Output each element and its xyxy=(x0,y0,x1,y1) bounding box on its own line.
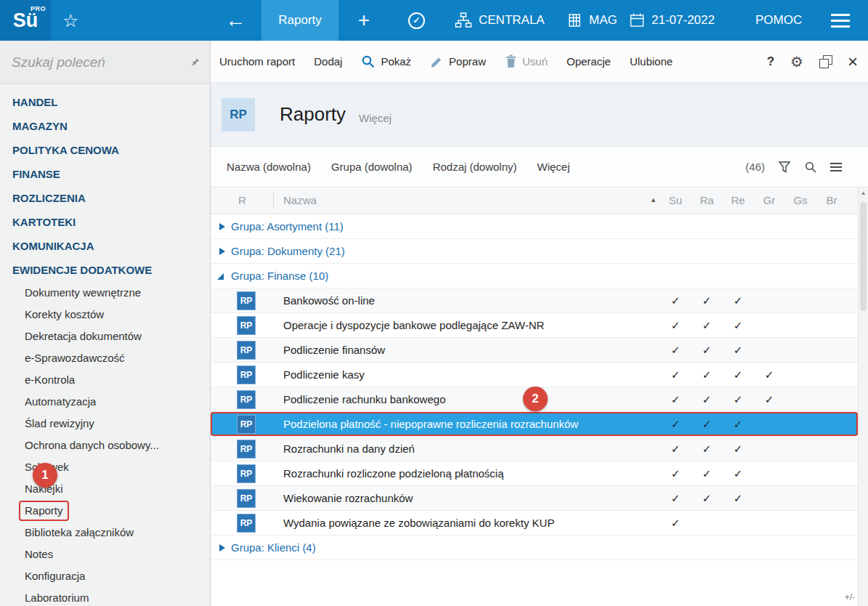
delete-button[interactable]: Usuń xyxy=(505,54,548,68)
expand-icon[interactable] xyxy=(219,248,225,255)
detach-window-icon[interactable] xyxy=(819,55,832,68)
column-r[interactable]: R xyxy=(238,194,246,206)
check-cell: ✓ xyxy=(729,418,747,431)
zoom-plus-minus[interactable]: +/- xyxy=(845,592,855,602)
filter-name[interactable]: Nazwa (dowolna) xyxy=(227,161,311,173)
table-row[interactable]: RP Bankowość on-line ✓ ✓ ✓ xyxy=(211,288,858,313)
filter-more[interactable]: Więcej xyxy=(538,161,570,173)
expand-icon[interactable] xyxy=(219,544,225,552)
sidebar-item-notes[interactable]: Notes xyxy=(0,544,210,565)
collapse-icon[interactable] xyxy=(217,273,224,280)
sidebar-item-raporty[interactable]: Raporty xyxy=(0,500,210,522)
sidebar-item-magazyn[interactable]: MAGAZYN xyxy=(0,114,210,138)
column-br[interactable]: Br xyxy=(822,194,841,206)
group-row-klienci[interactable]: Grupa: Klienci (4) xyxy=(211,536,858,560)
sidebar-item-polityka-cenowa[interactable]: POLITYKA CENOWA xyxy=(0,138,210,162)
sidebar-item-rozliczenia[interactable]: ROZLICZENIA xyxy=(0,186,210,210)
scrollbar-thumb[interactable] xyxy=(860,202,867,311)
sidebar-item-e-sprawozdawczosc[interactable]: e-Sprawozdawczość xyxy=(0,347,210,369)
scroll-up-icon[interactable]: ▲ xyxy=(859,187,868,199)
new-tab-button[interactable]: + xyxy=(347,0,381,41)
show-button[interactable]: Pokaż xyxy=(361,54,411,69)
filter-right-group: (46) xyxy=(745,161,852,174)
header-more-link[interactable]: Więcej xyxy=(359,112,392,124)
close-icon[interactable]: × xyxy=(848,53,858,70)
sidebar-item-slad-rewizyjny[interactable]: Ślad rewizyjny xyxy=(0,413,210,435)
app-logo[interactable]: Sü PRO xyxy=(0,0,51,41)
table-row[interactable]: RP Operacje i dyspozycje bankowe podlega… xyxy=(211,313,858,338)
company-selector[interactable]: CENTRALA xyxy=(455,0,545,41)
vertical-scrollbar[interactable]: ▲ xyxy=(858,187,868,606)
tab-raporty[interactable]: Raporty xyxy=(261,0,338,41)
group-row-dokumenty[interactable]: Grupa: Dokumenty (21) xyxy=(211,239,858,264)
group-row-finanse[interactable]: Grupa: Finanse (10) xyxy=(211,264,858,288)
add-button[interactable]: Dodaj xyxy=(314,55,342,68)
sidebar-item-dokumenty-wewnetrzne[interactable]: Dokumenty wewnętrzne xyxy=(0,282,210,304)
sidebar-item-schowek[interactable]: Schowek xyxy=(0,456,210,478)
check-cell: ✓ xyxy=(697,467,716,480)
column-re[interactable]: Re xyxy=(729,194,747,206)
table-row[interactable]: RP Podliczenie kasy ✓ ✓ ✓ ✓ xyxy=(211,363,858,387)
sidebar-item-komunikacja[interactable]: KOMUNIKACJA xyxy=(0,234,210,258)
table-row[interactable]: RP Rozrachunki rozliczone podzieloną pła… xyxy=(211,461,858,486)
column-gs[interactable]: Gs xyxy=(791,194,810,206)
table-row[interactable]: RP Rozrachunki na dany dzień ✓ ✓ ✓ xyxy=(211,437,858,461)
sidebar-item-handel[interactable]: HANDEL xyxy=(0,90,210,114)
check-cell: ✓ xyxy=(729,467,747,480)
sidebar-item-biblioteka-zalacznikow[interactable]: Biblioteka załączników xyxy=(0,522,210,544)
expand-icon[interactable] xyxy=(219,223,225,230)
trash-icon xyxy=(505,54,517,68)
check-cell: ✓ xyxy=(697,368,716,381)
sidebar-item-naklejki[interactable]: Naklejki xyxy=(0,478,210,500)
back-arrow-icon[interactable]: ← xyxy=(219,0,251,41)
group-row-asortyment[interactable]: Grupa: Asortyment (11) xyxy=(211,214,858,239)
sidebar-item-e-kontrola[interactable]: e-Kontrola xyxy=(0,369,210,391)
edit-button[interactable]: Popraw xyxy=(430,54,486,68)
help-menu[interactable]: POMOC xyxy=(755,0,802,41)
search-icon[interactable] xyxy=(804,161,817,174)
column-gr[interactable]: Gr xyxy=(760,194,779,206)
annotation-step-1: 1 xyxy=(33,463,57,488)
help-button[interactable]: ? xyxy=(767,54,774,69)
check-cell: ✓ xyxy=(729,393,747,406)
annotation-step-2: 2 xyxy=(523,387,548,411)
sidebar-item-automatyzacja[interactable]: Automatyzacja xyxy=(0,391,210,413)
group-label: Grupa: Dokumenty (21) xyxy=(231,245,345,257)
sidebar-item-kartoteki[interactable]: KARTOTEKI xyxy=(0,210,210,234)
warehouse-selector[interactable]: MAG xyxy=(567,0,617,41)
menu-list-icon[interactable] xyxy=(830,163,842,171)
column-su[interactable]: Su xyxy=(666,194,685,206)
raporty-highlight-box: Raporty xyxy=(19,501,69,521)
command-search[interactable] xyxy=(0,41,210,84)
main-panel: Uruchom raport Dodaj Pokaż Popraw Usuń O… xyxy=(211,41,868,606)
table-row[interactable]: RP Wydania powiązane ze zobowiązaniami d… xyxy=(211,511,858,536)
date-selector[interactable]: 21-07-2022 xyxy=(629,0,715,41)
star-icon[interactable]: ☆ xyxy=(62,0,78,41)
operations-button[interactable]: Operacje xyxy=(567,55,611,68)
pin-icon[interactable] xyxy=(191,56,200,68)
check-cell: ✓ xyxy=(697,294,716,307)
sidebar-item-dekretacja-dokumentow[interactable]: Dekretacja dokumentów xyxy=(0,326,210,347)
table-row[interactable]: RP Podliczenie finansów ✓ ✓ ✓ xyxy=(211,338,858,363)
sidebar-item-ewidencje-dodatkowe[interactable]: EWIDENCJE DODATKOWE xyxy=(0,258,210,282)
gear-icon[interactable]: ⚙ xyxy=(790,54,803,69)
column-nazwa[interactable]: Nazwa xyxy=(283,194,317,206)
sidebar-item-laboratorium[interactable]: Laboratorium xyxy=(0,587,210,606)
search-input[interactable] xyxy=(12,54,191,70)
main-menu-button[interactable] xyxy=(831,0,850,41)
run-report-button[interactable]: Uruchom raport xyxy=(219,55,295,68)
favorites-button[interactable]: Ulubione xyxy=(630,55,673,68)
column-ra[interactable]: Ra xyxy=(697,194,716,206)
sidebar-item-korekty-kosztow[interactable]: Korekty kosztów xyxy=(0,304,210,326)
filter-group[interactable]: Grupa (dowolna) xyxy=(331,161,413,173)
logo-pro-badge: PRO xyxy=(31,5,46,12)
sidebar-item-ochrona-danych[interactable]: Ochrona danych osobowy... xyxy=(0,435,210,456)
table-row-selected[interactable]: RP Podzielona płatność - niepoprawne roz… xyxy=(211,412,858,437)
check-circle-icon[interactable]: ✓ xyxy=(408,0,425,41)
sidebar-item-konfiguracja[interactable]: Konfiguracja xyxy=(0,565,210,587)
funnel-icon[interactable] xyxy=(778,161,791,174)
sidebar-item-finanse[interactable]: FINANSE xyxy=(0,162,210,186)
filter-kind[interactable]: Rodzaj (dowolny) xyxy=(433,161,517,173)
sort-asc-icon[interactable]: ▲ xyxy=(650,196,657,203)
table-row[interactable]: RP Wiekowanie rozrachunków ✓ ✓ ✓ xyxy=(211,486,858,511)
